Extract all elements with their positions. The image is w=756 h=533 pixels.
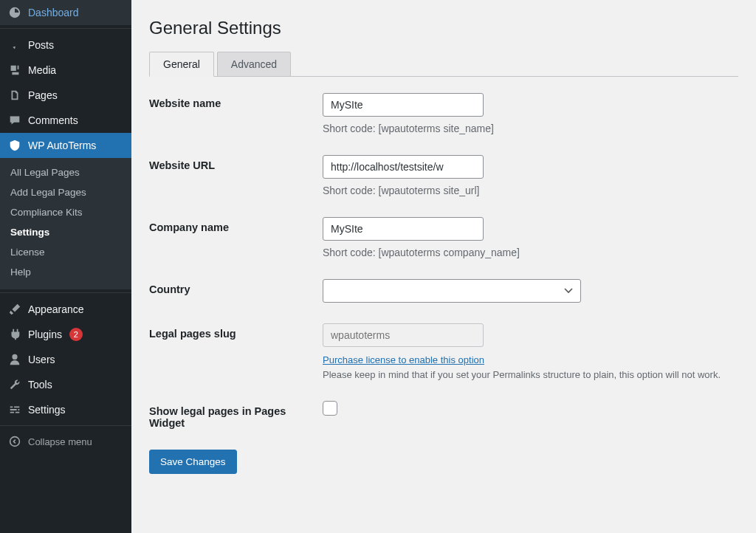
row-website-name: Website name Short code: [wpautoterms si… xyxy=(149,93,738,134)
sidebar-item-comments[interactable]: Comments xyxy=(0,108,131,133)
main-content: General Settings General Advanced Websit… xyxy=(131,0,756,533)
settings-form: Website name Short code: [wpautoterms si… xyxy=(149,93,738,474)
sidebar-item-tools[interactable]: Tools xyxy=(0,372,131,397)
website-name-input[interactable] xyxy=(323,93,484,117)
user-icon xyxy=(7,353,22,366)
company-name-input[interactable] xyxy=(323,217,484,241)
sidebar-item-label: Settings xyxy=(28,404,66,416)
row-legal-slug: Legal pages slug Purchase license to ena… xyxy=(149,323,738,380)
shortcode-website-url: Short code: [wpautoterms site_url] xyxy=(323,185,738,196)
sidebar-item-dashboard[interactable]: Dashboard xyxy=(0,0,131,25)
submenu-item-help[interactable]: Help xyxy=(0,262,131,282)
sliders-icon xyxy=(7,403,22,416)
sidebar-item-label: Comments xyxy=(28,114,78,126)
row-country: Country xyxy=(149,279,738,303)
media-icon xyxy=(7,63,22,77)
collapse-icon xyxy=(7,436,22,447)
sidebar-item-label: Users xyxy=(28,354,55,365)
row-show-widget: Show legal pages in Pages Widget xyxy=(149,401,738,429)
sidebar-item-plugins[interactable]: Plugins 2 xyxy=(0,322,131,347)
comments-icon xyxy=(7,114,22,127)
row-company-name: Company name Short code: [wpautoterms co… xyxy=(149,217,738,258)
brush-icon xyxy=(7,303,22,316)
legal-slug-input xyxy=(323,323,484,347)
sidebar-item-label: WP AutoTerms xyxy=(28,140,96,151)
sidebar-item-media[interactable]: Media xyxy=(0,58,131,83)
sidebar-item-pages[interactable]: Pages xyxy=(0,83,131,108)
page-title: General Settings xyxy=(149,18,738,38)
label-legal-slug: Legal pages slug xyxy=(149,323,323,340)
submenu-item-settings[interactable]: Settings xyxy=(0,222,131,242)
label-country: Country xyxy=(149,279,323,295)
sidebar-item-label: Collapse menu xyxy=(28,436,92,447)
sidebar-item-users[interactable]: Users xyxy=(0,347,131,372)
sidebar-item-settings[interactable]: Settings xyxy=(0,397,131,422)
pages-icon xyxy=(7,89,22,102)
sidebar-item-appearance[interactable]: Appearance xyxy=(0,297,131,322)
purchase-license-link[interactable]: Purchase license to enable this option xyxy=(323,354,484,365)
sidebar-item-label: Posts xyxy=(28,39,54,51)
sidebar-collapse[interactable]: Collapse menu xyxy=(0,430,131,453)
sidebar-item-label: Tools xyxy=(28,379,52,391)
tab-general[interactable]: General xyxy=(149,52,214,77)
plugin-icon xyxy=(7,328,22,341)
pin-icon xyxy=(7,38,22,52)
label-show-widget: Show legal pages in Pages Widget xyxy=(149,401,323,429)
submenu-item-license[interactable]: License xyxy=(0,242,131,262)
sidebar-item-label: Appearance xyxy=(28,303,84,315)
sidebar-item-label: Dashboard xyxy=(28,7,79,18)
website-url-input[interactable] xyxy=(323,155,484,179)
submenu-item-compliance[interactable]: Compliance Kits xyxy=(0,202,131,222)
tab-bar: General Advanced xyxy=(149,52,738,77)
svg-point-0 xyxy=(10,437,20,447)
sidebar-item-posts[interactable]: Posts xyxy=(0,32,131,58)
show-widget-checkbox[interactable] xyxy=(323,401,337,416)
sidebar-item-label: Plugins xyxy=(28,329,62,340)
shield-icon xyxy=(7,139,22,152)
shortcode-company-name: Short code: [wpautoterms company_name] xyxy=(323,247,738,258)
dashboard-icon xyxy=(7,6,22,19)
plugins-badge: 2 xyxy=(69,328,83,341)
admin-sidebar: Dashboard Posts Media Pages Comments WP … xyxy=(0,0,131,533)
tab-advanced[interactable]: Advanced xyxy=(217,52,291,77)
wrench-icon xyxy=(7,378,22,391)
sidebar-item-wpautoterms[interactable]: WP AutoTerms xyxy=(0,133,131,158)
label-website-url: Website URL xyxy=(149,155,323,171)
submenu-item-all-legal[interactable]: All Legal Pages xyxy=(0,162,131,182)
country-select[interactable] xyxy=(323,279,581,303)
row-website-url: Website URL Short code: [wpautoterms sit… xyxy=(149,155,738,196)
submenu-item-add-legal[interactable]: Add Legal Pages xyxy=(0,182,131,202)
label-company-name: Company name xyxy=(149,217,323,233)
shortcode-website-name: Short code: [wpautoterms site_name] xyxy=(323,123,738,134)
sidebar-item-label: Media xyxy=(28,64,56,76)
legal-slug-helper: Please keep in mind that if you set your… xyxy=(323,369,738,380)
label-website-name: Website name xyxy=(149,93,323,109)
save-button[interactable]: Save Changes xyxy=(149,450,237,474)
sidebar-submenu: All Legal Pages Add Legal Pages Complian… xyxy=(0,158,131,289)
sidebar-item-label: Pages xyxy=(28,89,58,101)
